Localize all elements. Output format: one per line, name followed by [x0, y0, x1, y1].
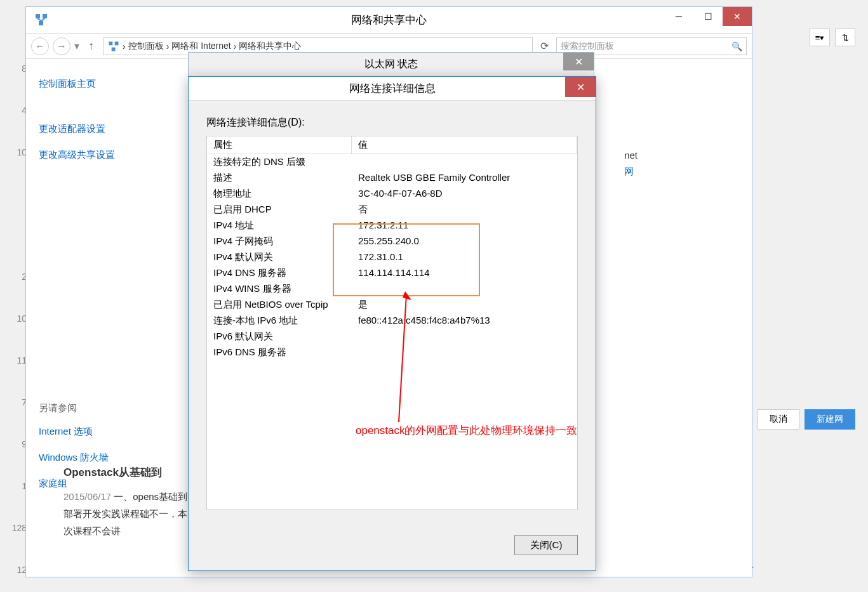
value-cell: fe80::412a:c458:f4c8:a4b7%13: [352, 314, 577, 327]
svg-rect-1: [43, 14, 47, 18]
annotation-text: openstack的外网配置与此处物理环境保持一致: [356, 422, 578, 439]
details-row[interactable]: 物理地址3C-40-4F-07-A6-8D: [207, 186, 577, 202]
header-property[interactable]: 属性: [207, 136, 352, 154]
property-cell: 已启用 NetBIOS over Tcpip: [207, 298, 352, 312]
list-header: 属性 值: [207, 136, 577, 154]
refresh-icon[interactable]: ⟳: [537, 40, 552, 52]
property-cell: IPv4 DNS 服务器: [207, 266, 352, 280]
property-cell: IPv6 默认网关: [207, 330, 352, 343]
network-icon: [107, 40, 120, 53]
details-row[interactable]: IPv4 WINS 服务器: [207, 281, 577, 297]
main-window-title: 网络和共享中心: [351, 13, 427, 27]
details-row[interactable]: IPv6 默认网关: [207, 329, 577, 345]
property-cell: 描述: [207, 171, 352, 185]
minimize-button[interactable]: ─: [664, 7, 693, 26]
value-cell: [352, 155, 577, 169]
svg-line-3: [37, 18, 41, 21]
details-row[interactable]: IPv4 DNS 服务器114.114.114.114: [207, 265, 577, 281]
details-title: 网络连接详细信息: [349, 81, 436, 96]
window-controls: ─ ☐ ✕: [664, 7, 752, 26]
value-cell: 255.255.240.0: [352, 235, 577, 248]
breadcrumb-part[interactable]: 控制面板: [128, 41, 164, 52]
details-row[interactable]: IPv4 子网掩码255.255.240.0: [207, 234, 577, 249]
header-value[interactable]: 值: [352, 136, 577, 154]
property-cell: IPv4 WINS 服务器: [207, 282, 352, 296]
svg-line-4: [41, 18, 44, 21]
svg-rect-6: [115, 41, 119, 45]
change-sharing-link[interactable]: 更改高级共享设置: [39, 149, 166, 161]
cancel-button[interactable]: 取消: [758, 409, 799, 430]
search-icon: 🔍: [731, 41, 742, 51]
breadcrumb-part[interactable]: 网络和 Internet: [171, 41, 230, 52]
firewall-link[interactable]: Windows 防火墙: [39, 452, 166, 464]
ethernet-title: 以太网 状态: [364, 58, 418, 71]
change-adapter-link[interactable]: 更改适配器设置: [39, 123, 166, 135]
details-titlebar[interactable]: 网络连接详细信息 ✕: [189, 77, 596, 101]
details-listview[interactable]: 属性 值 连接特定的 DNS 后缀描述Realtek USB GBE Famil…: [206, 136, 578, 510]
value-cell: 3C-40-4F-07-A6-8D: [352, 187, 577, 201]
article-snippet: Openstack从基础到 2015/06/17 一、opens基础到部署开发实…: [63, 463, 190, 539]
value-cell: 是: [352, 298, 577, 312]
maximize-button[interactable]: ☐: [693, 7, 723, 26]
internet-options-link[interactable]: Internet 选项: [39, 426, 166, 438]
property-cell: 连接特定的 DNS 后缀: [207, 155, 352, 169]
value-cell: [352, 282, 577, 296]
ethernet-titlebar[interactable]: 以太网 状态 ✕: [189, 53, 594, 76]
value-cell: 114.114.114.114: [352, 266, 577, 280]
list-view-button[interactable]: ≡▾: [810, 29, 830, 46]
see-also-title: 另请参阅: [39, 402, 166, 414]
up-button[interactable]: ↑: [83, 39, 99, 53]
forward-button[interactable]: →: [53, 37, 70, 55]
details-row[interactable]: 连接-本地 IPv6 地址fe80::412a:c458:f4c8:a4b7%1…: [207, 313, 577, 329]
details-row[interactable]: IPv4 地址172.31.2.11: [207, 218, 577, 234]
breadcrumb-part[interactable]: 网络和共享中心: [239, 41, 301, 52]
value-cell: 否: [352, 203, 577, 216]
dialog-actions: 取消 新建网: [758, 409, 855, 430]
property-cell: 已启用 DHCP: [207, 203, 352, 216]
back-button[interactable]: ←: [31, 37, 49, 55]
control-panel-home-link[interactable]: 控制面板主页: [39, 78, 166, 90]
svg-rect-2: [39, 21, 43, 25]
property-cell: IPv4 子网掩码: [207, 235, 352, 248]
right-toolbar: ≡▾ ⇅: [810, 29, 855, 46]
article-body: 2015/06/17 一、opens基础到部署开发实践课程础不一，本次课程不会讲: [63, 488, 190, 539]
details-row[interactable]: IPv6 DNS 服务器: [207, 345, 577, 360]
close-button[interactable]: ✕: [723, 7, 752, 26]
property-cell: 物理地址: [207, 187, 352, 201]
details-row[interactable]: 已启用 NetBIOS over Tcpip是: [207, 297, 577, 313]
value-cell: 172.31.2.11: [352, 219, 577, 232]
content-peek: net 网: [624, 150, 638, 178]
svg-rect-7: [112, 47, 116, 51]
svg-rect-5: [109, 41, 113, 45]
property-cell: IPv6 DNS 服务器: [207, 346, 352, 359]
ethernet-status-window: 以太网 状态 ✕: [188, 52, 594, 77]
value-cell: [352, 330, 577, 343]
value-cell: 172.31.0.1: [352, 251, 577, 264]
network-details-dialog: 网络连接详细信息 ✕ 网络连接详细信息(D): 属性 值 连接特定的 DNS 后…: [188, 76, 596, 571]
close-dialog-button[interactable]: 关闭(C): [514, 535, 578, 555]
article-title[interactable]: Openstack从基础到: [63, 463, 190, 483]
property-cell: 连接-本地 IPv6 地址: [207, 314, 352, 327]
create-button[interactable]: 新建网: [805, 409, 855, 430]
filter-button[interactable]: ⇅: [835, 29, 855, 46]
details-close-button[interactable]: ✕: [565, 77, 596, 97]
svg-rect-0: [36, 14, 40, 18]
value-cell: [352, 346, 577, 359]
details-row[interactable]: 描述Realtek USB GBE Family Controller: [207, 170, 577, 186]
ethernet-close-button[interactable]: ✕: [563, 53, 594, 70]
property-cell: IPv4 地址: [207, 219, 352, 232]
property-cell: IPv4 默认网关: [207, 251, 352, 264]
value-cell: Realtek USB GBE Family Controller: [352, 171, 577, 185]
details-row[interactable]: 连接特定的 DNS 后缀: [207, 154, 577, 170]
network-icon: [34, 12, 49, 27]
main-titlebar[interactable]: 网络和共享中心 ─ ☐ ✕: [26, 7, 752, 34]
details-row[interactable]: IPv4 默认网关172.31.0.1: [207, 249, 577, 265]
details-label: 网络连接详细信息(D):: [206, 116, 578, 129]
details-row[interactable]: 已启用 DHCP否: [207, 202, 577, 218]
